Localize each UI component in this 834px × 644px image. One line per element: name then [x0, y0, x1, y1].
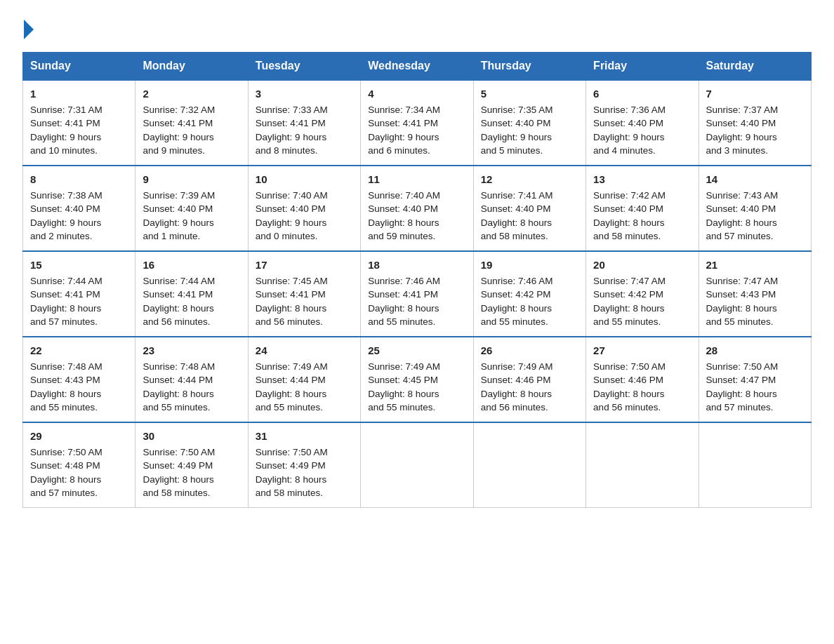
day-detail: and 55 minutes. — [256, 401, 353, 415]
day-detail: Sunset: 4:41 PM — [368, 116, 465, 130]
day-number: 14 — [706, 172, 804, 187]
calendar-cell: 20Sunrise: 7:47 AMSunset: 4:42 PMDayligh… — [586, 251, 699, 337]
day-detail: Sunset: 4:43 PM — [30, 373, 128, 387]
day-detail: and 55 minutes. — [368, 401, 465, 415]
day-detail: Sunset: 4:48 PM — [30, 459, 128, 473]
day-number: 15 — [30, 257, 128, 273]
calendar-cell: 1Sunrise: 7:31 AMSunset: 4:41 PMDaylight… — [23, 80, 135, 166]
day-detail: and 10 minutes. — [30, 144, 128, 158]
day-detail: Daylight: 8 hours — [593, 216, 691, 230]
calendar-cell: 22Sunrise: 7:48 AMSunset: 4:43 PMDayligh… — [23, 337, 135, 422]
day-detail: Daylight: 9 hours — [368, 130, 465, 145]
day-detail: Sunrise: 7:42 AM — [593, 189, 691, 203]
day-detail: Daylight: 9 hours — [593, 130, 691, 145]
calendar-cell: 12Sunrise: 7:41 AMSunset: 4:40 PMDayligh… — [473, 166, 585, 251]
day-number: 9 — [143, 172, 240, 187]
day-detail: Sunrise: 7:49 AM — [368, 360, 465, 374]
day-detail: Sunrise: 7:43 AM — [706, 189, 804, 203]
day-detail: Sunrise: 7:48 AM — [30, 360, 128, 374]
day-detail: Sunset: 4:41 PM — [30, 116, 128, 130]
day-number: 1 — [30, 86, 128, 102]
day-detail: Sunrise: 7:39 AM — [143, 189, 240, 203]
day-detail: Sunset: 4:41 PM — [256, 288, 353, 302]
week-row: 15Sunrise: 7:44 AMSunset: 4:41 PMDayligh… — [23, 251, 812, 337]
day-number: 17 — [256, 257, 353, 273]
day-detail: Sunset: 4:40 PM — [593, 116, 691, 130]
day-number: 27 — [593, 343, 691, 358]
col-header-friday: Friday — [586, 53, 699, 81]
header — [22, 17, 812, 39]
day-detail: Daylight: 8 hours — [30, 387, 128, 401]
day-number: 10 — [256, 172, 353, 187]
day-detail: Sunrise: 7:47 AM — [593, 274, 691, 288]
calendar-cell: 19Sunrise: 7:46 AMSunset: 4:42 PMDayligh… — [473, 251, 585, 337]
day-detail: and 2 minutes. — [30, 229, 128, 243]
day-detail: Sunset: 4:40 PM — [593, 202, 691, 216]
day-detail: Daylight: 9 hours — [481, 130, 578, 145]
day-detail: Sunset: 4:44 PM — [143, 373, 240, 387]
calendar-cell: 2Sunrise: 7:32 AMSunset: 4:41 PMDaylight… — [135, 80, 248, 166]
calendar-cell: 18Sunrise: 7:46 AMSunset: 4:41 PMDayligh… — [361, 251, 473, 337]
week-row: 29Sunrise: 7:50 AMSunset: 4:48 PMDayligh… — [23, 422, 812, 508]
day-number: 31 — [256, 429, 353, 444]
day-detail: and 4 minutes. — [593, 144, 691, 158]
day-detail: Sunrise: 7:37 AM — [706, 103, 804, 117]
day-number: 19 — [481, 257, 578, 273]
day-detail: and 58 minutes. — [481, 229, 578, 243]
day-detail: Sunset: 4:46 PM — [593, 373, 691, 387]
day-detail: Daylight: 9 hours — [143, 130, 240, 145]
day-detail: and 55 minutes. — [481, 315, 578, 329]
day-detail: Sunrise: 7:32 AM — [143, 103, 240, 117]
day-detail: Sunset: 4:49 PM — [143, 459, 240, 473]
day-detail: Sunrise: 7:50 AM — [593, 360, 691, 374]
day-detail: Sunset: 4:42 PM — [481, 288, 578, 302]
day-detail: Daylight: 8 hours — [706, 302, 804, 316]
calendar-cell: 27Sunrise: 7:50 AMSunset: 4:46 PMDayligh… — [586, 337, 699, 422]
day-detail: Sunset: 4:40 PM — [481, 202, 578, 216]
calendar-cell: 29Sunrise: 7:50 AMSunset: 4:48 PMDayligh… — [23, 422, 135, 508]
day-detail: Sunset: 4:41 PM — [368, 288, 465, 302]
header-row: SundayMondayTuesdayWednesdayThursdayFrid… — [23, 53, 812, 81]
day-number: 2 — [143, 86, 240, 102]
day-detail: Daylight: 8 hours — [481, 302, 578, 316]
day-detail: and 58 minutes. — [593, 229, 691, 243]
day-detail: Daylight: 8 hours — [706, 387, 804, 401]
week-row: 8Sunrise: 7:38 AMSunset: 4:40 PMDaylight… — [23, 166, 812, 251]
calendar-cell: 5Sunrise: 7:35 AMSunset: 4:40 PMDaylight… — [473, 80, 585, 166]
day-detail: and 8 minutes. — [256, 144, 353, 158]
day-number: 13 — [593, 172, 691, 187]
day-detail: Daylight: 8 hours — [143, 302, 240, 316]
day-detail: Sunset: 4:44 PM — [256, 373, 353, 387]
calendar-cell — [699, 422, 811, 508]
calendar-cell: 14Sunrise: 7:43 AMSunset: 4:40 PMDayligh… — [699, 166, 811, 251]
day-detail: Sunrise: 7:50 AM — [30, 445, 128, 459]
day-detail: and 1 minute. — [143, 229, 240, 243]
calendar-table: SundayMondayTuesdayWednesdayThursdayFrid… — [22, 52, 812, 508]
day-number: 8 — [30, 172, 128, 187]
day-number: 6 — [593, 86, 691, 102]
day-detail: Daylight: 9 hours — [30, 216, 128, 230]
day-detail: Sunrise: 7:35 AM — [481, 103, 578, 117]
day-detail: Sunrise: 7:50 AM — [256, 445, 353, 459]
calendar-cell — [473, 422, 585, 508]
day-detail: Daylight: 9 hours — [256, 130, 353, 145]
calendar-cell: 3Sunrise: 7:33 AMSunset: 4:41 PMDaylight… — [248, 80, 360, 166]
day-detail: and 57 minutes. — [706, 401, 804, 415]
col-header-saturday: Saturday — [699, 53, 811, 81]
day-detail: and 5 minutes. — [481, 144, 578, 158]
day-detail: Sunset: 4:40 PM — [143, 202, 240, 216]
calendar-cell: 21Sunrise: 7:47 AMSunset: 4:43 PMDayligh… — [699, 251, 811, 337]
day-number: 21 — [706, 257, 804, 273]
day-detail: Sunrise: 7:45 AM — [256, 274, 353, 288]
day-detail: and 55 minutes. — [593, 315, 691, 329]
day-detail: Sunrise: 7:38 AM — [30, 189, 128, 203]
day-detail: and 58 minutes. — [143, 486, 240, 500]
day-detail: Sunrise: 7:34 AM — [368, 103, 465, 117]
day-detail: Sunset: 4:49 PM — [256, 459, 353, 473]
day-detail: Sunrise: 7:49 AM — [481, 360, 578, 374]
day-detail: Sunrise: 7:49 AM — [256, 360, 353, 374]
day-detail: Sunset: 4:40 PM — [30, 202, 128, 216]
day-number: 4 — [368, 86, 465, 102]
day-detail: Daylight: 8 hours — [593, 302, 691, 316]
day-detail: Sunset: 4:41 PM — [30, 288, 128, 302]
